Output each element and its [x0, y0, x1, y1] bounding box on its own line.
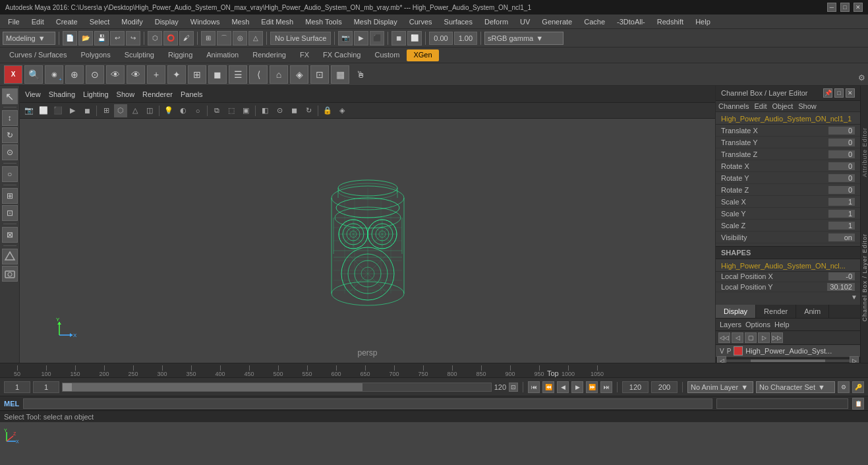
end-frame-input[interactable] [622, 381, 649, 393]
tab-anim[interactable]: Anim [796, 305, 829, 318]
lasso-btn[interactable]: ⭕ [163, 31, 178, 46]
vp-scene-btn[interactable]: 🔒 [321, 104, 334, 117]
show-hide-btn[interactable]: ⊠ [2, 227, 18, 243]
shelf-icon-10[interactable]: ⊞ [188, 65, 206, 84]
vp-resolution-btn[interactable]: ⬚ [225, 104, 238, 117]
paint-btn[interactable]: 🖌 [179, 31, 194, 46]
shelf-gear-icon[interactable]: ⚙ [858, 73, 865, 82]
vp-menu-shading[interactable]: Shading [49, 90, 75, 98]
step-forward-btn[interactable]: ⏩ [586, 381, 598, 393]
tab-display[interactable]: Display [716, 305, 756, 318]
value1-field[interactable]: 0.00 [429, 32, 452, 45]
menu-deform[interactable]: Deform [479, 16, 513, 27]
vp-play-btn[interactable]: ▶ [66, 104, 79, 117]
menu-edit[interactable]: Edit [26, 16, 49, 27]
move-tool-btn[interactable]: ↕ [2, 110, 18, 126]
shelf-icon-6[interactable]: 👁 [106, 65, 125, 84]
channel-scale-y[interactable]: Scale Y 1 [716, 208, 860, 220]
layers-menu[interactable]: Layers [720, 321, 741, 328]
channel-box-expand-btn[interactable]: □ [834, 88, 844, 98]
vp-film-btn[interactable]: ⬜ [37, 104, 50, 117]
scale-tool-btn[interactable]: ⊙ [2, 144, 18, 160]
layer-prev-btn[interactable]: ◁ [732, 332, 743, 343]
shelf-icon-9[interactable]: ✦ [167, 65, 186, 84]
open-file-btn[interactable]: 📂 [78, 31, 93, 46]
shelf-icon-15[interactable]: ◈ [290, 65, 308, 84]
rotate-tool-btn[interactable]: ↻ [2, 127, 18, 143]
vp-cycle-btn[interactable]: ↻ [302, 104, 315, 117]
channel-translate-z[interactable]: Translate Z 0 [716, 148, 860, 160]
layer-left-arrow[interactable]: ◁◁ [718, 332, 730, 343]
current-frame-input[interactable] [33, 381, 59, 393]
shelf-icon-7[interactable]: 👁 [127, 65, 145, 84]
help-menu[interactable]: Help [774, 321, 790, 328]
shelf-icon-13[interactable]: ⟨ [249, 65, 268, 84]
shelf-tab-polygons[interactable]: Polygons [74, 49, 117, 61]
vp-menu-view[interactable]: View [25, 90, 41, 98]
channel-visibility[interactable]: Visibility on [716, 232, 860, 243]
channel-translate-x[interactable]: Translate X 0 [716, 125, 860, 137]
shelf-icon-3[interactable]: ◉ + [45, 65, 63, 84]
minimize-button[interactable]: ─ [827, 3, 836, 12]
ipr-btn[interactable]: ⬛ [370, 31, 384, 46]
layer-scrollbar[interactable]: ◁ ▷ [716, 357, 860, 363]
value2-field[interactable]: 1.00 [454, 32, 477, 45]
vp-bg-btn[interactable]: ◼ [287, 104, 301, 117]
isolate-btn[interactable]: ◼ [391, 31, 406, 46]
script-editor-btn[interactable]: 📋 [852, 398, 864, 410]
camera-tool-btn[interactable] [2, 266, 18, 282]
layer-next-btn[interactable]: ▷ [758, 332, 770, 343]
vp-grid-btn[interactable]: ⊞ [100, 104, 113, 117]
channel-box-label[interactable]: Channel Box / Layer Editor [861, 233, 868, 322]
menu-cache[interactable]: Cache [579, 16, 610, 27]
menu-curves[interactable]: Curves [404, 16, 438, 27]
viewport-canvas[interactable]: persp X Y [20, 119, 715, 363]
anim-layer-dropdown[interactable]: No Anim Layer ▼ [687, 381, 753, 393]
shelf-tab-xgen[interactable]: XGen [407, 49, 438, 61]
vp-menu-show[interactable]: Show [117, 90, 135, 98]
deform-btn[interactable] [2, 249, 18, 264]
camera-btn[interactable]: 📷 [338, 31, 353, 46]
menu-mesh[interactable]: Mesh [226, 16, 254, 27]
vp-camera-btn[interactable]: 📷 [22, 104, 36, 117]
menu-modify[interactable]: Modify [116, 16, 148, 27]
options-menu[interactable]: Options [745, 321, 770, 328]
vp-gate-btn[interactable]: ▣ [239, 104, 252, 117]
attr-editor-label[interactable]: Attribute Editor [861, 127, 868, 177]
shelf-icon-17[interactable]: ▦ [331, 65, 349, 84]
menu-edit-mesh[interactable]: Edit Mesh [256, 16, 299, 27]
menu-3dtoall[interactable]: -3DtoAll- [612, 16, 651, 27]
vp-shadow-btn[interactable]: ◐ [177, 104, 190, 117]
shelf-icon-11[interactable]: ◼ [208, 65, 227, 84]
shelf-icon-4[interactable]: ⊕ [65, 65, 84, 84]
last-tool-btn[interactable]: ○ [2, 166, 18, 182]
cb-channels-menu[interactable]: Channels [718, 102, 749, 110]
menu-create[interactable]: Create [51, 16, 83, 27]
menu-windows[interactable]: Windows [185, 16, 225, 27]
vp-menu-panels[interactable]: Panels [181, 90, 203, 98]
shelf-tab-fx-caching[interactable]: FX Caching [316, 49, 367, 61]
snap-point-btn[interactable]: ◎ [233, 31, 247, 46]
autokey-btn[interactable]: 🔑 [852, 381, 864, 393]
snap-grid-btn[interactable]: ⊞ [201, 31, 216, 46]
vp-menu-renderer[interactable]: Renderer [142, 90, 173, 98]
shelf-icon-18[interactable]: 🖱 [351, 65, 370, 84]
vp-frame-btn[interactable]: ⬛ [51, 104, 65, 117]
shelf-tab-rendering[interactable]: Rendering [246, 49, 293, 61]
layer-visibility-toggle[interactable]: V [720, 348, 724, 355]
undo-btn[interactable]: ↩ [110, 31, 125, 46]
soft-sel-btn[interactable]: ⊞ [2, 188, 18, 204]
snap-curve-btn[interactable]: ⌒ [217, 31, 231, 46]
vp-isolate-btn[interactable]: ⧉ [210, 104, 223, 117]
menu-display[interactable]: Display [150, 16, 184, 27]
vp-menu-lighting[interactable]: Lighting [83, 90, 109, 98]
anim-prefs-btn[interactable]: ⚙ [838, 381, 850, 393]
menu-help[interactable]: Help [690, 16, 716, 27]
scroll-track[interactable] [726, 359, 850, 362]
frame-slider[interactable] [62, 383, 492, 392]
scroll-arrow[interactable]: ▼ [716, 292, 860, 302]
mode-dropdown[interactable]: Modeling ▼ [3, 32, 55, 45]
maximize-button[interactable]: □ [840, 3, 850, 12]
redo-btn[interactable]: ↪ [126, 31, 140, 46]
menu-generate[interactable]: Generate [536, 16, 577, 27]
